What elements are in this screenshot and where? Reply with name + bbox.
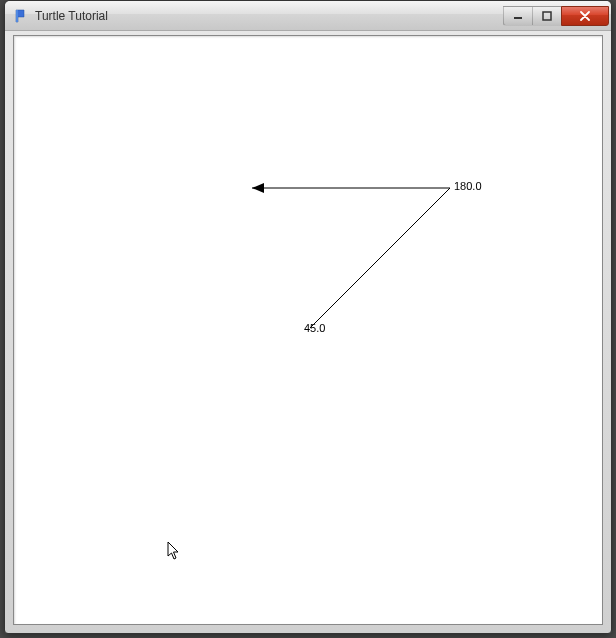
canvas-frame: 180.0 45.0 — [13, 35, 603, 625]
turtle-arrowhead-icon — [252, 183, 264, 193]
close-button[interactable] — [561, 6, 609, 26]
turtle-line-diagonal — [310, 188, 450, 328]
window-controls — [504, 6, 609, 26]
titlebar[interactable]: Turtle Tutorial — [5, 1, 611, 31]
svg-rect-0 — [16, 10, 18, 22]
minimize-button[interactable] — [503, 6, 533, 26]
turtle-canvas[interactable]: 180.0 45.0 — [14, 36, 602, 624]
app-window: Turtle Tutorial 180.0 45.0 — [4, 0, 612, 634]
heading-label-bottom: 45.0 — [304, 322, 325, 334]
mouse-cursor-icon — [167, 541, 183, 561]
heading-label-top: 180.0 — [454, 180, 482, 192]
svg-rect-1 — [514, 17, 522, 19]
app-icon — [13, 8, 29, 24]
window-title: Turtle Tutorial — [35, 9, 504, 23]
svg-rect-2 — [543, 12, 551, 20]
svg-marker-3 — [252, 183, 264, 193]
maximize-button[interactable] — [532, 6, 562, 26]
